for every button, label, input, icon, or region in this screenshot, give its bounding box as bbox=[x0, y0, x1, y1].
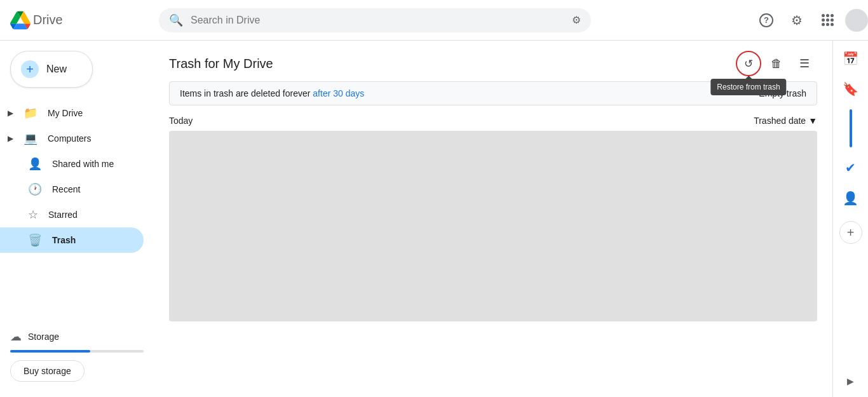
new-button-label: New bbox=[46, 64, 67, 75]
sidebar-item-my-drive[interactable]: ▶ 📁 My Drive bbox=[0, 100, 144, 126]
computer-icon: 💻 bbox=[24, 131, 37, 145]
recent-icon: 🕐 bbox=[28, 182, 42, 196]
info-text: Items in trash are deleted forever after… bbox=[180, 88, 364, 98]
settings-icon: ⚙ bbox=[791, 13, 803, 28]
topbar: Drive 🔍 ⚙ ? ⚙ bbox=[0, 0, 868, 41]
sidebar: + New ▶ 📁 My Drive ▶ 💻 Computers bbox=[0, 41, 154, 397]
delete-icon: 🗑 bbox=[771, 57, 782, 71]
sidebar-item-label: Computers bbox=[48, 133, 91, 144]
settings-button[interactable]: ⚙ bbox=[784, 8, 810, 33]
nav-section: ▶ 📁 My Drive ▶ 💻 Computers 👤 Shared with… bbox=[0, 100, 154, 253]
empty-trash-button[interactable]: Empty trash bbox=[759, 88, 806, 98]
calendar-icon: 📅 bbox=[843, 51, 858, 66]
items-header: Today Trashed date ▼ bbox=[154, 111, 832, 131]
chevron-right-panel-icon: ▶ bbox=[847, 376, 854, 386]
person-icon: 👤 bbox=[843, 191, 858, 206]
trashed-date-sort[interactable]: Trashed date ▼ bbox=[754, 116, 817, 126]
file-area bbox=[169, 131, 817, 321]
content-header: Trash for My Drive ↺ Restore from trash … bbox=[154, 41, 832, 81]
logo-area[interactable]: Drive bbox=[0, 3, 154, 38]
tasks-panel-button[interactable]: ✔ bbox=[838, 155, 864, 180]
storage-section: ☁ Storage Buy storage bbox=[0, 320, 154, 392]
panel-divider bbox=[850, 109, 852, 147]
plus-icon: + bbox=[21, 60, 39, 78]
sidebar-item-label: Recent bbox=[52, 184, 80, 194]
star-icon: ☆ bbox=[28, 208, 38, 222]
sidebar-item-recent[interactable]: 🕐 Recent bbox=[0, 177, 144, 202]
sidebar-item-starred[interactable]: ☆ Starred bbox=[0, 202, 144, 227]
trash-icon: 🗑️ bbox=[28, 233, 42, 247]
sidebar-item-label: Trash bbox=[52, 235, 76, 245]
buy-storage-button[interactable]: Buy storage bbox=[10, 360, 85, 382]
list-view-icon: ☰ bbox=[799, 57, 810, 71]
contacts-panel-button[interactable]: 👤 bbox=[838, 185, 864, 211]
apps-button[interactable] bbox=[815, 8, 840, 33]
avatar[interactable] bbox=[845, 9, 868, 32]
keep-icon: 🔖 bbox=[843, 81, 858, 97]
sidebar-item-label: My Drive bbox=[48, 108, 83, 118]
topbar-actions: ? ⚙ bbox=[754, 8, 868, 33]
cloud-icon: ☁ bbox=[10, 330, 22, 344]
sidebar-item-computers[interactable]: ▶ 💻 Computers bbox=[0, 126, 144, 151]
restore-icon: ↺ bbox=[744, 57, 753, 71]
tasks-icon: ✔ bbox=[845, 160, 856, 175]
chevron-right-icon2: ▶ bbox=[8, 134, 13, 143]
storage-label: Storage bbox=[28, 332, 59, 342]
info-link: after 30 days bbox=[313, 88, 364, 98]
restore-button-wrap: ↺ Restore from trash bbox=[736, 51, 761, 76]
sidebar-item-shared[interactable]: 👤 Shared with me bbox=[0, 151, 144, 177]
new-button-wrap: + New bbox=[0, 46, 154, 98]
info-banner: Items in trash are deleted forever after… bbox=[169, 81, 817, 105]
panel-expand-button[interactable]: ▶ bbox=[847, 375, 854, 392]
search-bar: 🔍 ⚙ bbox=[159, 8, 591, 32]
calendar-panel-button[interactable]: 📅 bbox=[838, 46, 864, 71]
page-title: Trash for My Drive bbox=[169, 57, 273, 71]
folder-icon: 📁 bbox=[24, 106, 37, 120]
trashed-date-label: Trashed date bbox=[754, 116, 806, 126]
search-icon: 🔍 bbox=[169, 13, 183, 27]
plus-panel-icon: + bbox=[847, 225, 855, 240]
help-button[interactable]: ? bbox=[754, 8, 779, 33]
list-view-button[interactable]: ☰ bbox=[792, 51, 817, 76]
sidebar-item-label: Shared with me bbox=[52, 159, 114, 169]
right-panel: 📅 🔖 ✔ 👤 + ▶ bbox=[832, 41, 868, 397]
restore-from-trash-button[interactable]: ↺ bbox=[736, 51, 761, 76]
sidebar-item-trash[interactable]: 🗑️ Trash bbox=[0, 227, 144, 253]
delete-forever-button[interactable]: 🗑 bbox=[764, 51, 789, 76]
sort-down-icon: ▼ bbox=[808, 116, 817, 126]
shared-icon: 👤 bbox=[28, 157, 42, 171]
app-name: Drive bbox=[33, 13, 63, 27]
grid-icon bbox=[822, 14, 834, 26]
content: Trash for My Drive ↺ Restore from trash … bbox=[154, 41, 832, 397]
new-button[interactable]: + New bbox=[10, 51, 93, 88]
storage-bar-fill bbox=[10, 350, 90, 353]
storage-bar-background bbox=[10, 350, 144, 353]
drive-logo-icon bbox=[10, 10, 31, 30]
help-icon: ? bbox=[759, 13, 773, 27]
main-area: Trash for My Drive ↺ Restore from trash … bbox=[154, 41, 832, 397]
header-actions: ↺ Restore from trash 🗑 ☰ bbox=[736, 51, 817, 76]
add-panel-button[interactable]: + bbox=[839, 221, 862, 244]
sidebar-item-label: Starred bbox=[48, 210, 78, 220]
chevron-right-icon: ▶ bbox=[8, 109, 13, 118]
keep-panel-button[interactable]: 🔖 bbox=[838, 76, 864, 102]
search-input[interactable] bbox=[191, 15, 564, 26]
today-label: Today bbox=[169, 116, 193, 126]
search-options-icon[interactable]: ⚙ bbox=[572, 14, 581, 26]
